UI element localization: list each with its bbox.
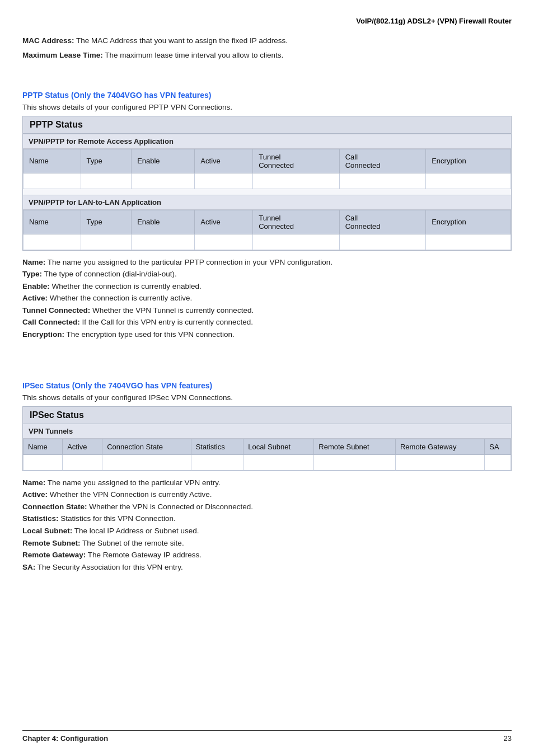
ipsec-empty-8 — [485, 454, 511, 470]
ipsec-section-intro: This shows details of your configured IP… — [22, 393, 512, 402]
ipsec-desc-name: Name: The name you assigned to the parti… — [22, 477, 512, 489]
pptp-l2l-empty-4 — [195, 234, 253, 250]
pptp-l2l-empty-7 — [426, 234, 511, 250]
ipsec-col-statistics: Statistics — [191, 439, 243, 454]
ipsec-header-row: Name Active Connection State Statistics … — [24, 439, 511, 454]
pptp-desc-tunnel: Tunnel Connected: Whether the VPN Tunnel… — [22, 304, 512, 317]
footer-page-number: 23 — [504, 734, 512, 743]
pptp-desc-type: Type: The type of connection (dial-in/di… — [22, 268, 512, 280]
pptp-status-title: PPTP Status — [23, 116, 511, 134]
pptp-lan-to-lan-table-container: Name Type Enable Active TunnelConnected … — [23, 210, 511, 250]
pptp-remote-access-table-container: Name Type Enable Active TunnelConnected … — [23, 149, 511, 189]
pptp-ra-empty-5 — [253, 173, 339, 189]
pptp-l2l-empty-5 — [253, 234, 339, 250]
page-header: VoIP/(802.11g) ADSL2+ (VPN) Firewall Rou… — [22, 17, 512, 25]
pptp-desc-enable: Enable: Whether the connection is curren… — [22, 280, 512, 293]
footer-chapter: Chapter 4: Configuration — [22, 734, 108, 743]
mac-address-para: MAC Address: The MAC Address that you wa… — [22, 35, 512, 46]
ipsec-empty-6 — [314, 454, 396, 470]
ipsec-empty-row — [24, 454, 511, 470]
pptp-ra-col-enable: Enable — [132, 149, 195, 173]
max-lease-desc: The maximum lease time interval you allo… — [105, 51, 283, 59]
pptp-ra-col-encryption: Encryption — [426, 149, 511, 173]
ipsec-col-connection-state: Connection State — [102, 439, 191, 454]
pptp-l2l-empty-3 — [132, 234, 195, 250]
ipsec-section-heading: IPSec Status (Only the 7404VGO has VPN f… — [22, 381, 512, 390]
pptp-remote-access-label: VPN/PPTP for Remote Access Application — [23, 134, 511, 149]
ipsec-desc-remote-gateway: Remote Gateway: The Remote Gateway IP ad… — [22, 549, 512, 561]
max-lease-label: Maximum Lease Time: — [22, 51, 103, 59]
ipsec-desc-statistics: Statistics: Statistics for this VPN Conn… — [22, 513, 512, 525]
ipsec-empty-7 — [395, 454, 484, 470]
pptp-desc-active: Active: Whether the connection is curren… — [22, 292, 512, 304]
ipsec-col-local-subnet: Local Subnet — [243, 439, 314, 454]
ipsec-desc-connection-state: Connection State: Whether the VPN is Con… — [22, 501, 512, 513]
pptp-remote-access-empty-row — [24, 173, 511, 189]
ipsec-desc-remote-subnet: Remote Subnet: The Subnet of the remote … — [22, 537, 512, 550]
pptp-ra-col-tunnel: TunnelConnected — [253, 149, 339, 173]
pptp-desc-name: Name: The name you assigned to the parti… — [22, 256, 512, 269]
pptp-l2l-col-active: Active — [195, 210, 253, 234]
pptp-l2l-col-tunnel: TunnelConnected — [253, 210, 339, 234]
ipsec-empty-5 — [243, 454, 314, 470]
max-lease-para: Maximum Lease Time: The maximum lease ti… — [22, 50, 512, 61]
ipsec-descriptions: Name: The name you assigned to the parti… — [22, 477, 512, 574]
pptp-ra-col-active: Active — [195, 149, 253, 173]
pptp-l2l-col-type: Type — [81, 210, 132, 234]
ipsec-col-sa: SA — [485, 439, 511, 454]
pptp-ra-empty-1 — [24, 173, 81, 189]
ipsec-empty-3 — [102, 454, 191, 470]
page-footer: Chapter 4: Configuration 23 — [22, 730, 512, 743]
pptp-ra-empty-4 — [195, 173, 253, 189]
ipsec-col-remote-gateway: Remote Gateway — [395, 439, 484, 454]
ipsec-empty-1 — [24, 454, 63, 470]
pptp-status-box: PPTP Status VPN/PPTP for Remote Access A… — [22, 116, 512, 251]
pptp-ra-empty-3 — [132, 173, 195, 189]
pptp-l2l-empty-2 — [81, 234, 132, 250]
ipsec-empty-4 — [191, 454, 243, 470]
vpn-tunnels-label: VPN Tunnels — [23, 424, 511, 439]
pptp-desc-encryption: Encryption: The encryption type used for… — [22, 328, 512, 341]
pptp-lan-to-lan-label: VPN/PPTP for LAN-to-LAN Application — [23, 195, 511, 210]
pptp-descriptions: Name: The name you assigned to the parti… — [22, 256, 512, 341]
pptp-remote-access-header-row: Name Type Enable Active TunnelConnected … — [24, 149, 511, 173]
mac-address-desc: The MAC Address that you want to assign … — [76, 36, 288, 45]
ipsec-status-box: IPSec Status VPN Tunnels Name Active Con… — [22, 406, 512, 471]
pptp-l2l-col-name: Name — [24, 210, 81, 234]
pptp-l2l-empty-row — [24, 234, 511, 250]
pptp-desc-call: Call Connected: If the Call for this VPN… — [22, 316, 512, 328]
ipsec-empty-2 — [63, 454, 102, 470]
ipsec-col-remote-subnet: Remote Subnet — [314, 439, 396, 454]
ipsec-desc-local-subnet: Local Subnet: The local IP Address or Su… — [22, 525, 512, 537]
pptp-section-intro: This shows details of your configured PP… — [22, 103, 512, 111]
pptp-ra-empty-6 — [339, 173, 425, 189]
pptp-remote-access-table: Name Type Enable Active TunnelConnected … — [23, 149, 511, 189]
pptp-l2l-col-call: CallConnected — [339, 210, 425, 234]
pptp-l2l-empty-6 — [339, 234, 425, 250]
pptp-ra-col-call: CallConnected — [339, 149, 425, 173]
mac-address-label: MAC Address: — [22, 36, 74, 45]
pptp-section-heading: PPTP Status (Only the 7404VGO has VPN fe… — [22, 91, 512, 100]
ipsec-table: Name Active Connection State Statistics … — [23, 439, 511, 471]
pptp-l2l-col-encryption: Encryption — [426, 210, 511, 234]
pptp-l2l-empty-1 — [24, 234, 81, 250]
pptp-l2l-header-row: Name Type Enable Active TunnelConnected … — [24, 210, 511, 234]
ipsec-desc-active: Active: Whether the VPN Connection is cu… — [22, 489, 512, 501]
ipsec-status-title: IPSec Status — [23, 407, 511, 424]
ipsec-col-active: Active — [63, 439, 102, 454]
ipsec-col-name: Name — [24, 439, 63, 454]
pptp-lan-to-lan-table: Name Type Enable Active TunnelConnected … — [23, 210, 511, 250]
pptp-l2l-col-enable: Enable — [132, 210, 195, 234]
ipsec-desc-sa: SA: The Security Association for this VP… — [22, 561, 512, 574]
pptp-ra-col-name: Name — [24, 149, 81, 173]
pptp-ra-col-type: Type — [81, 149, 132, 173]
pptp-ra-empty-2 — [81, 173, 132, 189]
pptp-ra-empty-7 — [426, 173, 511, 189]
